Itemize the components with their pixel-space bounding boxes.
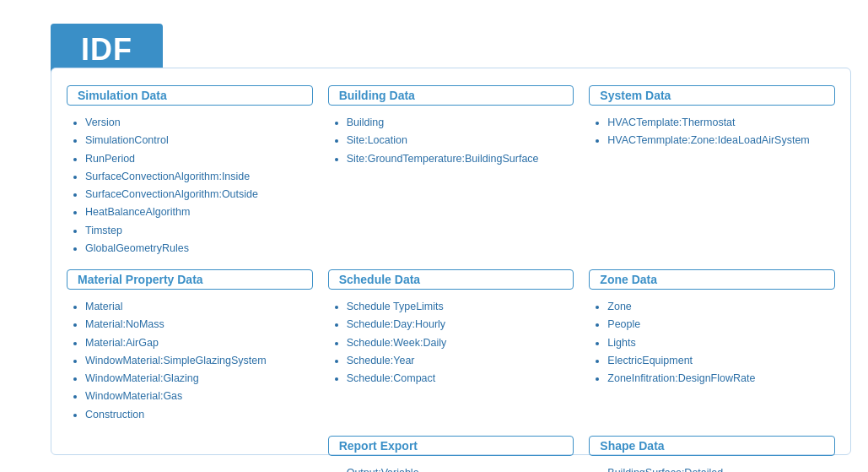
report-title: Report Export — [328, 436, 574, 456]
shape-card: Shape Data BuildingSurface:Detailed Fene… — [589, 436, 835, 472]
report-list: Output:Variable — [328, 464, 574, 472]
list-item: RunPeriod — [85, 150, 313, 168]
list-item: BuildingSurface:Detailed — [607, 464, 835, 472]
building-title: Building Data — [328, 85, 574, 106]
material-title: Material Property Data — [67, 269, 313, 290]
list-item: Building — [347, 114, 574, 132]
zone-list: Zone People Lights ElectricEquipment Zon… — [589, 298, 835, 388]
list-item: SurfaceConvectionAlgorithm:Outside — [85, 186, 313, 203]
list-item: WindowMaterial:Gas — [85, 388, 313, 405]
list-item: HeatBalanceAlgorithm — [85, 203, 313, 221]
shape-list: BuildingSurface:Detailed FenestrationSur… — [589, 464, 835, 472]
list-item: Version — [85, 114, 313, 132]
list-item: SurfaceConvectionAlgorithm:Inside — [85, 168, 313, 186]
list-item: Output:Variable — [347, 464, 574, 472]
system-list: HVACTemplate:Thermostat HVACTemmplate:Zo… — [589, 114, 835, 150]
schedule-title: Schedule Data — [328, 269, 574, 290]
list-item: Timstep — [85, 222, 313, 240]
shape-title: Shape Data — [589, 436, 835, 456]
list-item: ZoneInfitration:DesignFlowRate — [607, 370, 835, 388]
list-item: ElectricEquipment — [607, 352, 835, 370]
list-item: WindowMaterial:SimpleGlazingSystem — [85, 352, 313, 370]
list-item: Site:GroundTemperature:BuildingSurface — [347, 150, 574, 168]
schedule-list: Schedule TypeLimits Schedule:Day:Hourly … — [328, 298, 574, 388]
list-item: SimulationControl — [85, 132, 313, 149]
content-box: Simulation Data Version SimulationContro… — [51, 68, 851, 455]
list-item: Material — [85, 298, 313, 316]
list-item: Schedule:Year — [347, 352, 574, 370]
material-card: Material Property Data Material Material… — [67, 269, 313, 424]
report-card: Report Export Output:Variable — [328, 436, 574, 472]
list-item: Lights — [607, 334, 835, 352]
app-container: IDF TTA Simulation Data Version Simulati… — [0, 0, 868, 472]
list-item: Schedule:Day:Hourly — [347, 316, 574, 334]
simulation-card: Simulation Data Version SimulationContro… — [67, 85, 313, 258]
list-item: Material:AirGap — [85, 334, 313, 352]
building-list: Building Site:Location Site:GroundTemper… — [328, 114, 574, 168]
list-item: Schedule:Week:Daily — [347, 334, 574, 352]
zone-card: Zone Data Zone People Lights ElectricEqu… — [589, 269, 835, 424]
simulation-title: Simulation Data — [67, 85, 313, 106]
building-card: Building Data Building Site:Location Sit… — [328, 85, 574, 258]
list-item: HVACTemplate:Thermostat — [607, 114, 835, 132]
list-item: Zone — [607, 298, 835, 316]
system-title: System Data — [589, 85, 835, 106]
list-item: Material:NoMass — [85, 316, 313, 334]
list-item: Schedule:Compact — [347, 370, 574, 388]
schedule-card: Schedule Data Schedule TypeLimits Schedu… — [328, 269, 574, 424]
list-item: GlobalGeometryRules — [85, 240, 313, 258]
list-item: Site:Location — [347, 132, 574, 149]
material-list: Material Material:NoMass Material:AirGap… — [67, 298, 313, 424]
list-item: People — [607, 316, 835, 334]
list-item: Construction — [85, 406, 313, 424]
system-card: System Data HVACTemplate:Thermostat HVAC… — [589, 85, 835, 258]
list-item: HVACTemmplate:Zone:IdeaLoadAirSystem — [607, 132, 835, 149]
zone-title: Zone Data — [589, 269, 835, 290]
list-item: Schedule TypeLimits — [347, 298, 574, 316]
simulation-list: Version SimulationControl RunPeriod Surf… — [67, 114, 313, 258]
list-item: WindowMaterial:Glazing — [85, 370, 313, 388]
